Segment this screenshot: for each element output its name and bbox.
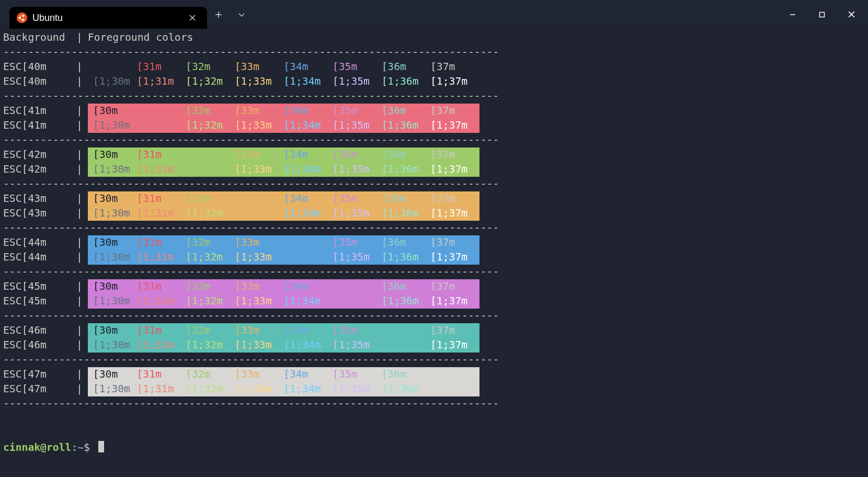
prompt-path: ~ <box>77 441 84 453</box>
color-row: ESC[43m| [30m[31m[32m[34m[35m[36m[37m <box>3 191 865 206</box>
color-row: ESC[40m| [31m[32m[33m[34m[35m[36m[37m <box>3 60 865 74</box>
color-cell: [31m <box>136 323 186 338</box>
color-strip: [1;30m[1;31m[1;32m[1;33m[1;34m[1;35m[1;3… <box>88 382 479 396</box>
window-controls <box>778 3 866 26</box>
color-cell: [34m <box>283 147 333 162</box>
tab-dropdown-button[interactable] <box>230 3 253 26</box>
maximize-button[interactable] <box>807 3 837 26</box>
color-cell: [33m <box>235 367 284 382</box>
new-tab-button[interactable] <box>207 3 230 26</box>
bg-label: ESC[46m <box>3 323 76 338</box>
color-cell: [1;31m <box>136 338 186 353</box>
color-cell: [1;30m <box>88 338 137 353</box>
color-strip: [1;30m[1;31m[1;32m[1;33m[1;34m[1;36m[1;3… <box>88 294 479 309</box>
color-cell: [1;35m <box>333 74 382 89</box>
prompt-line[interactable]: cinnak@roll:~$ <box>3 440 865 455</box>
color-cell: [1;35m <box>333 382 382 396</box>
color-cell: [30m <box>88 323 137 338</box>
color-cell: [1;34m <box>283 118 333 133</box>
color-cell: [1;34m <box>283 74 333 89</box>
color-cell: [1;37m <box>430 250 479 265</box>
color-cell: [31m <box>136 147 186 162</box>
color-cell: [31m <box>136 235 186 250</box>
close-tab-button[interactable] <box>185 10 200 25</box>
title-bar: Ubuntu <box>0 0 868 29</box>
terminal-output[interactable]: Background| Foreground colors-----------… <box>0 29 868 455</box>
color-cell: [32m <box>186 104 235 118</box>
color-cell: [1;34m <box>283 294 333 309</box>
color-cell: [31m <box>136 191 186 206</box>
color-cell: [1;36m <box>381 382 430 396</box>
bg-label: ESC[40m <box>3 74 76 89</box>
color-cell: [1;34m <box>283 162 333 177</box>
color-cell: [1;32m <box>186 74 235 89</box>
color-cell: [1;33m <box>235 338 284 353</box>
color-cell: [35m <box>333 104 382 118</box>
color-cell: [1;33m <box>235 382 284 396</box>
color-cell: [1;37m <box>430 206 479 221</box>
color-cell: [35m <box>333 235 382 250</box>
color-cell: [1;31m <box>136 382 186 396</box>
bg-label: ESC[46m <box>3 338 76 353</box>
color-row: ESC[47m| [1;30m[1;31m[1;32m[1;33m[1;34m[… <box>3 382 865 396</box>
color-cell: [34m <box>283 60 333 74</box>
close-window-button[interactable] <box>837 3 866 26</box>
color-cell: [34m <box>283 104 333 118</box>
color-strip: [30m[31m[32m[34m[35m[36m[37m <box>88 191 479 206</box>
prompt-user-host: cinnak@roll <box>3 441 71 453</box>
color-cell: [30m <box>88 279 137 294</box>
bg-label: ESC[41m <box>3 118 76 133</box>
pipe: | <box>76 250 83 265</box>
color-cell: [34m <box>283 191 333 206</box>
color-row: ESC[40m| [1;30m[1;31m[1;32m[1;33m[1;34m[… <box>3 74 865 89</box>
color-cell: [1;36m <box>381 250 430 265</box>
color-row: ESC[41m| [30m[32m[33m[34m[35m[36m[37m <box>3 104 865 118</box>
divider: ----------------------------------------… <box>3 265 865 279</box>
bg-label: ESC[47m <box>3 367 76 382</box>
color-cell: [36m <box>381 191 430 206</box>
color-cell: [30m <box>88 104 137 118</box>
color-strip: [1;30m[1;31m[1;32m[1;34m[1;35m[1;36m[1;3… <box>88 206 479 221</box>
minimize-button[interactable] <box>778 3 807 26</box>
color-strip: [1;30m[1;31m[1;32m[1;33m[1;34m[1;35m[1;3… <box>88 74 479 89</box>
pipe: | <box>76 235 83 250</box>
color-cell: [36m <box>381 60 430 74</box>
divider: ----------------------------------------… <box>3 177 865 191</box>
color-cell: [1;30m <box>88 294 137 309</box>
pipe: | <box>76 104 83 118</box>
color-strip: [1;30m[1;32m[1;33m[1;34m[1;35m[1;36m[1;3… <box>88 118 479 133</box>
color-cell: [1;33m <box>235 294 284 309</box>
pipe: | <box>76 367 83 382</box>
color-cell: [1;33m <box>235 250 284 265</box>
color-cell: [37m <box>430 147 479 162</box>
color-cell: [35m <box>333 60 382 74</box>
pipe: | <box>76 338 83 353</box>
color-cell: [36m <box>381 279 430 294</box>
color-strip: [30m[31m[33m[34m[35m[36m[37m <box>88 147 479 162</box>
pipe: | <box>76 323 83 338</box>
bg-label: ESC[43m <box>3 191 76 206</box>
tab-ubuntu[interactable]: Ubuntu <box>9 7 207 29</box>
color-strip: [30m[31m[32m[33m[34m[35m[37m <box>88 323 479 338</box>
color-cell: [1;31m <box>136 250 186 265</box>
color-cell: [33m <box>235 235 284 250</box>
color-cell: [34m <box>283 279 333 294</box>
color-cell: [35m <box>333 367 382 382</box>
color-cell: [36m <box>381 147 430 162</box>
color-cell: [1;31m <box>136 206 186 221</box>
color-cell: [35m <box>333 323 382 338</box>
color-cell: [1;34m <box>283 382 333 396</box>
color-cell: [1;36m <box>381 294 430 309</box>
color-cell: [36m <box>381 367 430 382</box>
color-cell: [1;35m <box>333 162 382 177</box>
divider: ----------------------------------------… <box>3 396 865 411</box>
color-cell: [37m <box>430 323 479 338</box>
color-cell: [1;33m <box>235 162 284 177</box>
color-cell: [30m <box>88 191 137 206</box>
color-row: ESC[45m| [1;30m[1;31m[1;32m[1;33m[1;34m[… <box>3 294 865 309</box>
svg-rect-4 <box>820 12 825 17</box>
color-row: ESC[42m| [1;30m[1;31m[1;33m[1;34m[1;35m[… <box>3 162 865 177</box>
pipe: | <box>76 294 83 309</box>
color-cell: [33m <box>235 104 284 118</box>
color-cell: [33m <box>235 323 284 338</box>
